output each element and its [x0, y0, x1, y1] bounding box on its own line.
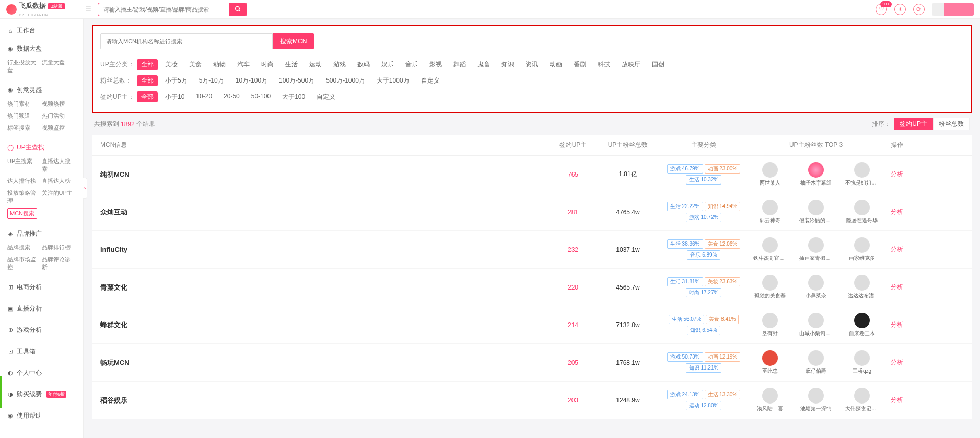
filter-opt[interactable]: 全部	[137, 91, 158, 102]
filter-opt[interactable]: 50-100	[247, 91, 275, 102]
filter-opt[interactable]: 全部	[137, 75, 158, 86]
nav-child[interactable]: 品牌市场监控	[7, 253, 42, 273]
nav-group-10[interactable]: ◉使用帮助	[0, 408, 83, 423]
filter-opt[interactable]: 5万-10万	[195, 75, 228, 86]
top-up-item[interactable]: 漠风陆二喜	[753, 388, 787, 412]
filter-opt[interactable]: 自定义	[417, 75, 444, 86]
nav-child[interactable]: 热门活动	[42, 110, 76, 122]
nav-child[interactable]: 投放策略管理	[7, 187, 42, 207]
logo[interactable]: 飞瓜数据 B站版 BZ.FEIGUA.CN	[6, 1, 79, 18]
notice-icon[interactable]: ☀	[894, 4, 906, 15]
filter-opt[interactable]: 美食	[185, 59, 206, 70]
nav-child[interactable]: 标签搜索	[7, 122, 42, 134]
nav-child-active[interactable]: MCN搜索	[7, 208, 37, 219]
mcn-name[interactable]: InfluCity	[100, 246, 127, 253]
top-up-item[interactable]: 插画家青椒香菜	[799, 237, 833, 262]
top-up-item[interactable]: 自来卷三木	[845, 313, 879, 337]
filter-opt[interactable]: 生活	[281, 59, 302, 70]
mcn-name[interactable]: 众灿互动	[100, 208, 127, 216]
nav-child[interactable]: 品牌搜索	[7, 241, 42, 253]
nav-child[interactable]: 热门频道	[7, 110, 42, 122]
top-up-item[interactable]: 三桥qzg	[845, 350, 879, 375]
top-up-item[interactable]: 郭云神奇	[753, 200, 787, 224]
top-up-item[interactable]: 两世某人	[753, 162, 787, 187]
analyze-link[interactable]: 分析	[884, 320, 910, 329]
nav-child[interactable]: 行业投放大盘	[7, 56, 42, 76]
refresh-icon[interactable]: ⟳	[913, 4, 925, 15]
sidebar-collapse[interactable]: ‹‹	[83, 178, 87, 199]
top-up-item[interactable]: 山城小栗旬的…	[799, 313, 833, 337]
mcn-name[interactable]: 纯初MCN	[100, 170, 130, 178]
filter-opt[interactable]: 自定义	[312, 91, 340, 102]
nav-group-5[interactable]: ▣直播分析	[0, 301, 83, 316]
top-up-item[interactable]: 假装冷酷的赵灵	[799, 200, 833, 224]
filter-opt[interactable]: 100万-500万	[275, 75, 319, 86]
nav-group-7[interactable]: ⊡工具箱	[0, 344, 83, 359]
nav-child[interactable]: 直播达人榜	[42, 175, 76, 187]
filter-opt[interactable]: 番剧	[569, 59, 590, 70]
nav-group-9[interactable]: ◑购买续费年付6折	[0, 387, 83, 402]
analyze-link[interactable]: 分析	[884, 170, 910, 179]
analyze-link[interactable]: 分析	[884, 358, 910, 367]
filter-opt[interactable]: 汽车	[233, 59, 254, 70]
top-up-item[interactable]: 瘾仔伯爵	[799, 350, 833, 375]
filter-opt[interactable]: 放映厅	[617, 59, 645, 70]
nav-child[interactable]: 达人排行榜	[7, 175, 42, 187]
mcn-name[interactable]: 畅玩MCN	[100, 359, 130, 366]
mcn-search-input[interactable]	[100, 33, 273, 49]
nav-group-0[interactable]: ◉数据大盘	[0, 41, 83, 56]
filter-opt[interactable]: 小于5万	[161, 75, 192, 86]
hamburger-icon[interactable]: ☰	[86, 6, 91, 13]
filter-opt[interactable]: 科技	[593, 59, 614, 70]
nav-child[interactable]: 关注的UP主	[42, 187, 76, 207]
filter-opt[interactable]: 娱乐	[377, 59, 398, 70]
nav-child[interactable]: 流量大盘	[42, 56, 76, 76]
filter-opt[interactable]: 500万-1000万	[322, 75, 369, 86]
nav-group-1[interactable]: ◉创意灵感	[0, 83, 83, 98]
top-up-item[interactable]: 画家维克多	[845, 237, 879, 262]
nav-worktable[interactable]: ⌂工作台	[0, 23, 83, 38]
top-up-item[interactable]: 至此忠	[753, 350, 787, 375]
filter-opt[interactable]: 数码	[353, 59, 374, 70]
nav-child[interactable]: 热门素材	[7, 98, 42, 110]
filter-opt[interactable]: 大于1000万	[372, 75, 414, 86]
top-up-item[interactable]: 垦有野	[753, 313, 787, 337]
filter-opt[interactable]: 10万-100万	[231, 75, 272, 86]
filter-opt[interactable]: 知识	[497, 59, 518, 70]
mcn-name[interactable]: 青藤文化	[100, 283, 127, 291]
mcn-search-button[interactable]: 搜索MCN	[273, 33, 314, 49]
nav-group-3[interactable]: ◈品牌推广	[0, 226, 83, 241]
nav-child[interactable]: 直播达人搜索	[42, 155, 76, 175]
nav-group-6[interactable]: ⊕游戏分析	[0, 322, 83, 338]
filter-opt[interactable]: 运动	[305, 59, 326, 70]
top-up-item[interactable]: 达达达布溜-	[845, 275, 879, 299]
user-avatar[interactable]	[932, 3, 974, 16]
filter-opt[interactable]: 资讯	[521, 59, 542, 70]
top-up-item[interactable]: 不愧是姐姐大人	[845, 162, 879, 187]
filter-opt[interactable]: 舞蹈	[449, 59, 470, 70]
nav-child[interactable]: 视频热榜	[42, 98, 76, 110]
filter-opt[interactable]: 美妆	[161, 59, 182, 70]
top-up-item[interactable]: 隐居在逼哥华	[845, 200, 879, 224]
top-up-item[interactable]: 柚子木字幕组	[799, 162, 833, 187]
top-up-item[interactable]: 小鼻菜奈	[799, 275, 833, 299]
filter-opt[interactable]: 时尚	[257, 59, 278, 70]
mcn-name[interactable]: 稻谷娱乐	[100, 396, 127, 404]
filter-opt[interactable]: 鬼畜	[473, 59, 494, 70]
sort-button[interactable]: 粉丝总数	[933, 118, 970, 130]
filter-opt[interactable]: 10-20	[192, 91, 216, 102]
nav-child[interactable]: 品牌评论诊断	[42, 253, 76, 273]
filter-opt[interactable]: 国创	[648, 59, 669, 70]
gift-icon[interactable]: ♡99+	[876, 4, 887, 15]
top-up-item[interactable]: 池塘第一深情	[799, 388, 833, 412]
filter-opt[interactable]: 动画	[545, 59, 566, 70]
header-search-input[interactable]	[98, 6, 229, 13]
header-search-button[interactable]	[229, 3, 247, 16]
filter-opt[interactable]: 游戏	[329, 59, 350, 70]
nav-group-8[interactable]: ◐个人中心	[0, 365, 83, 381]
sort-button[interactable]: 签约UP主	[894, 118, 933, 130]
nav-group-4[interactable]: ⊞电商分析	[0, 280, 83, 295]
analyze-link[interactable]: 分析	[884, 245, 910, 254]
top-up-item[interactable]: 大伟探食记官方	[845, 388, 879, 412]
filter-opt[interactable]: 小于10	[161, 91, 189, 102]
